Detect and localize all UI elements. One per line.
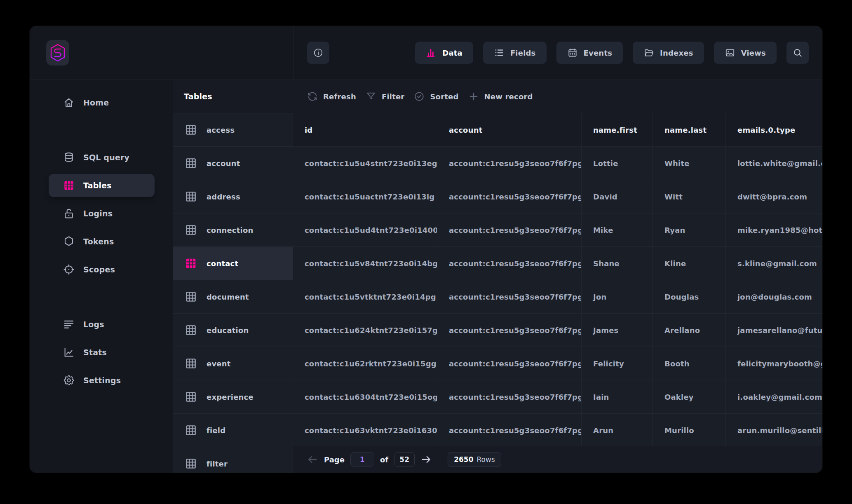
cell-name-first[interactable]: Felicity xyxy=(582,347,653,380)
cell-name-last[interactable]: Ryan xyxy=(653,213,726,246)
table-row[interactable]: contact:c1u63vktnt723e0i1630 account:c1r… xyxy=(293,414,822,446)
cell-account[interactable]: account:c1resu5g3seoo7f6f7pg xyxy=(437,347,582,380)
cell-id[interactable]: contact:c1u63vktnt723e0i1630 xyxy=(293,414,437,446)
cell-email[interactable]: arun.murillo@sentillion xyxy=(726,414,822,446)
info-button[interactable] xyxy=(307,42,329,64)
column-header-name-last[interactable]: name.last xyxy=(653,113,726,146)
cell-name-last[interactable]: White xyxy=(653,147,726,180)
cell-account[interactable]: account:c1resu5g3seoo7f6f7pg xyxy=(437,180,582,213)
cell-account[interactable]: account:c1resu5g3seoo7f6f7pg xyxy=(437,147,582,180)
cell-name-last[interactable]: Witt xyxy=(653,180,726,213)
cell-name-first[interactable]: Shane xyxy=(582,247,653,280)
cell-name-last[interactable]: Oakley xyxy=(653,380,726,413)
page-number-input[interactable] xyxy=(350,452,374,466)
refresh-icon xyxy=(307,91,318,102)
sidebar-item-settings[interactable]: Settings xyxy=(49,369,155,392)
cell-name-last[interactable]: Arellano xyxy=(653,314,726,347)
tab-label: Data xyxy=(442,49,462,57)
cell-id[interactable]: contact:c1u62rktnt723e0i15gg xyxy=(293,347,437,380)
table-row[interactable]: contact:c1u5v84tnt723e0i14bg account:c1r… xyxy=(293,247,822,280)
cell-name-last[interactable]: Booth xyxy=(653,347,726,380)
column-header-id[interactable]: id xyxy=(293,113,437,146)
table-list-item-address[interactable]: address xyxy=(173,180,293,213)
cell-name-first[interactable]: Lottie xyxy=(582,147,653,180)
table-list-item-education[interactable]: education xyxy=(173,314,293,347)
column-header-emails-type[interactable]: emails.0.type xyxy=(726,113,822,146)
sidebar-item-logs[interactable]: Logs xyxy=(49,313,155,336)
cell-id[interactable]: contact:c1u6304tnt723e0i15og xyxy=(293,380,437,413)
sidebar-item-stats[interactable]: Stats xyxy=(49,341,155,364)
table-row[interactable]: contact:c1u62rktnt723e0i15gg account:c1r… xyxy=(293,347,822,380)
previous-page-button[interactable] xyxy=(307,454,318,465)
toolbar-label: Refresh xyxy=(323,92,356,101)
cell-id[interactable]: contact:c1u5uactnt723e0i13lg xyxy=(293,180,437,213)
tab-fields[interactable]: Fields xyxy=(483,42,547,64)
cell-email[interactable]: i.oakley@gmail.com xyxy=(726,380,822,413)
arrow-left-icon xyxy=(307,454,318,465)
table-row[interactable]: contact:c1u5ud4tnt723e0i1400 account:c1r… xyxy=(293,213,822,247)
table-row[interactable]: contact:c1u5u4stnt723e0i13eg account:c1r… xyxy=(293,147,822,180)
table-list-item-contact[interactable]: contact xyxy=(173,247,293,280)
table-list-item-event[interactable]: event xyxy=(173,347,293,380)
table-list-item-filter[interactable]: filter xyxy=(173,447,293,473)
cell-account[interactable]: account:c1resu5g3seoo7f6f7pg xyxy=(437,280,582,313)
cell-account[interactable]: account:c1resu5g3seoo7f6f7pg xyxy=(437,414,582,446)
cell-name-last[interactable]: Kline xyxy=(653,247,726,280)
cell-account[interactable]: account:c1resu5g3seoo7f6f7pg xyxy=(437,213,582,246)
cell-name-last[interactable]: Murillo xyxy=(653,414,726,446)
cell-name-first[interactable]: David xyxy=(582,180,653,213)
search-button[interactable] xyxy=(786,42,809,64)
table-row[interactable]: contact:c1u5vtktnt723e0i14pg account:c1r… xyxy=(293,280,822,314)
table-row[interactable]: contact:c1u5uactnt723e0i13lg account:c1r… xyxy=(293,180,822,213)
cell-name-first[interactable]: Iain xyxy=(582,380,653,413)
sidebar-item-home[interactable]: Home xyxy=(49,91,155,114)
cell-account[interactable]: account:c1resu5g3seoo7f6f7pg xyxy=(437,380,582,413)
tab-views[interactable]: Views xyxy=(714,42,777,64)
sidebar-item-logins[interactable]: Logins xyxy=(49,202,155,225)
sidebar-item-scopes[interactable]: Scopes xyxy=(49,258,155,281)
cell-id[interactable]: contact:c1u624ktnt723e0i157g xyxy=(293,314,437,347)
sidebar-item-label: Stats xyxy=(83,348,107,357)
cell-email[interactable]: jamesarellano@futureworks xyxy=(726,314,822,347)
sidebar-item-sql-query[interactable]: SQL query xyxy=(49,146,155,169)
cell-name-first[interactable]: Mike xyxy=(582,213,653,246)
cell-email[interactable]: felicitymarybooth@gmail.com xyxy=(726,347,822,380)
cell-id[interactable]: contact:c1u5v84tnt723e0i14bg xyxy=(293,247,437,280)
table-list-item-experience[interactable]: experience xyxy=(173,380,293,414)
column-header-account[interactable]: account xyxy=(437,113,582,146)
filter-button[interactable]: Filter xyxy=(365,91,405,102)
next-page-button[interactable] xyxy=(420,454,432,465)
cell-email[interactable]: jon@douglas.com xyxy=(726,280,822,313)
cell-name-first[interactable]: Arun xyxy=(582,414,653,446)
sidebar-item-tables[interactable]: Tables xyxy=(49,174,155,197)
table-list-item-document[interactable]: document xyxy=(173,280,293,314)
app-logo-button[interactable] xyxy=(46,40,69,66)
cell-name-first[interactable]: Jon xyxy=(582,280,653,313)
table-list-item-field[interactable]: field xyxy=(173,414,293,447)
cell-email[interactable]: mike.ryan1985@hotmail.com xyxy=(726,213,822,246)
cell-id[interactable]: contact:c1u5u4stnt723e0i13eg xyxy=(293,147,437,180)
table-row[interactable]: contact:c1u6304tnt723e0i15og account:c1r… xyxy=(293,380,822,414)
table-list-item-label: address xyxy=(207,192,240,201)
cell-name-last[interactable]: Douglas xyxy=(653,280,726,313)
sidebar-item-tokens[interactable]: Tokens xyxy=(49,230,155,253)
cell-email[interactable]: dwitt@bpra.com xyxy=(726,180,822,213)
cell-name-first[interactable]: James xyxy=(582,314,653,347)
tab-events[interactable]: Events xyxy=(556,42,623,64)
tab-data[interactable]: Data xyxy=(415,42,473,64)
sorted-button[interactable]: Sorted xyxy=(413,91,458,102)
refresh-button[interactable]: Refresh xyxy=(307,91,356,102)
table-list-item-access[interactable]: access xyxy=(173,113,293,147)
column-header-name-first[interactable]: name.first xyxy=(582,113,653,146)
cell-id[interactable]: contact:c1u5vtktnt723e0i14pg xyxy=(293,280,437,313)
table-list-item-account[interactable]: account xyxy=(173,147,293,180)
tab-indexes[interactable]: Indexes xyxy=(633,42,704,64)
cell-email[interactable]: lottie.white@gmail.com xyxy=(726,147,822,180)
cell-account[interactable]: account:c1resu5g3seoo7f6f7pg xyxy=(437,314,582,347)
table-row[interactable]: contact:c1u624ktnt723e0i157g account:c1r… xyxy=(293,314,822,347)
cell-email[interactable]: s.kline@gmail.com xyxy=(726,247,822,280)
cell-id[interactable]: contact:c1u5ud4tnt723e0i1400 xyxy=(293,213,437,246)
cell-account[interactable]: account:c1resu5g3seoo7f6f7pg xyxy=(437,247,582,280)
table-list-item-connection[interactable]: connection xyxy=(173,213,293,247)
new-record-button[interactable]: New record xyxy=(468,91,533,102)
